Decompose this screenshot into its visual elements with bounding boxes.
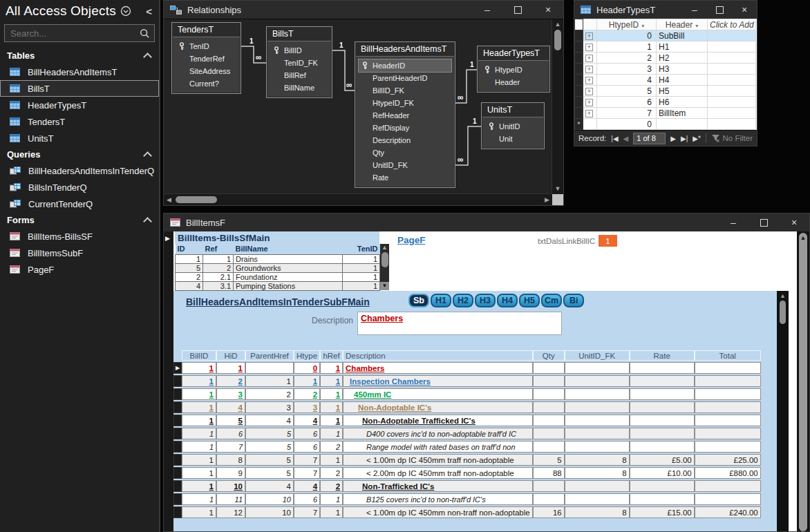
items-column-header-qty[interactable]: Qty <box>533 350 565 361</box>
cell-header[interactable]: H3 <box>657 64 708 75</box>
expand-plus-icon[interactable]: + <box>585 88 593 95</box>
expand-cell[interactable]: + <box>583 86 597 97</box>
cell-unitid[interactable] <box>565 362 630 374</box>
relationship-field[interactable]: UnitID <box>485 120 540 133</box>
cell-rate[interactable] <box>630 415 695 426</box>
cell-clickadd[interactable] <box>708 53 756 64</box>
search-input[interactable] <box>9 28 140 39</box>
cell-description[interactable]: < 2.00m dp IC 450mm traff non-adoptable <box>343 467 533 479</box>
cell-total[interactable] <box>695 375 761 387</box>
cell-htypeid[interactable]: 2 <box>597 53 657 64</box>
sidebar-item-headertypest[interactable]: HeaderTypesT <box>0 97 159 113</box>
items-subform-title[interactable]: BillHeadersAndItemsInTenderSubFMain <box>186 296 370 307</box>
cell-qty[interactable]: 88 <box>533 467 565 479</box>
cell-unitid[interactable] <box>565 441 630 453</box>
cell-href[interactable]: 1 <box>320 428 343 439</box>
relationship-table-headertypest[interactable]: HeaderTypesTHtypeIDHeader <box>477 46 550 93</box>
cell-parenthref[interactable]: 5 <box>245 467 294 479</box>
cell-header[interactable] <box>657 119 708 130</box>
sidebar-item-tenderst[interactable]: TendersT <box>0 113 159 130</box>
cell-href[interactable]: 1 <box>320 493 343 505</box>
cell-parenthref[interactable]: 4 <box>245 415 294 426</box>
relationship-field[interactable]: TenID <box>176 40 237 53</box>
cell-total[interactable]: £880.00 <box>695 467 761 479</box>
cell-parenthref[interactable]: 10 <box>245 506 294 518</box>
scroll-up-icon[interactable]: ▲ <box>777 292 789 299</box>
vertical-scroll-thumb[interactable] <box>780 301 786 324</box>
relationship-field[interactable]: Current? <box>176 77 237 90</box>
expand-cell[interactable]: + <box>583 97 597 108</box>
expand-plus-icon[interactable]: + <box>585 99 593 106</box>
cell-unitid[interactable] <box>565 388 630 400</box>
relationship-field[interactable]: ParentHeaderID <box>359 72 451 84</box>
relationship-field[interactable]: RefDisplay <box>359 122 451 134</box>
close-icon[interactable]: × <box>732 1 757 19</box>
items-scrollbar[interactable]: ▲ <box>777 291 789 531</box>
bills-column-header-id[interactable]: ID <box>176 244 203 254</box>
cell-clickadd[interactable] <box>708 64 756 75</box>
cell-tenid[interactable]: 1 <box>343 254 380 263</box>
cell-description[interactable]: Non-Adoptable Trafficked IC's <box>343 415 533 426</box>
cell-billid[interactable]: 1 <box>182 506 216 518</box>
cell-clickadd[interactable] <box>708 119 756 130</box>
cell-href[interactable]: 1 <box>320 362 343 374</box>
expand-plus-icon[interactable]: + <box>585 44 593 51</box>
expand-plus-icon[interactable]: + <box>585 66 593 73</box>
horizontal-scroll-thumb[interactable] <box>176 196 217 203</box>
maximize-icon[interactable] <box>748 213 779 231</box>
sidebar-item-billitemssubf[interactable]: BillItemsSubF <box>0 245 159 261</box>
cell-htype[interactable]: 7 <box>294 467 320 479</box>
cell-parenthref[interactable]: 3 <box>245 401 294 413</box>
cell-billid[interactable]: 1 <box>182 467 216 479</box>
record-selector-cell[interactable] <box>173 493 182 505</box>
relationship-field[interactable]: Qty <box>359 146 451 159</box>
bills-column-header-billname[interactable]: BillName <box>234 244 343 254</box>
cell-rate[interactable] <box>630 362 695 374</box>
cell-billname[interactable]: Pumping Stations <box>234 281 343 290</box>
record-selector-cell[interactable] <box>173 467 182 479</box>
cell-htypeid[interactable]: 3 <box>597 64 657 75</box>
cell-billid[interactable]: 1 <box>182 362 216 374</box>
cell-htype[interactable]: 7 <box>294 506 320 518</box>
expand-cell[interactable]: + <box>583 108 597 119</box>
record-selector-cell[interactable] <box>173 415 182 426</box>
cell-htype[interactable]: 3 <box>294 401 320 413</box>
collapse-section-icon[interactable] <box>143 53 152 61</box>
cell-htypeid[interactable]: 1 <box>597 41 657 53</box>
nav-section-header-tables[interactable]: Tables <box>0 48 159 64</box>
relationship-table-tenderst[interactable]: TendersTTenIDTenderRefSiteAddressCurrent… <box>171 22 241 94</box>
expand-cell[interactable]: + <box>583 30 597 41</box>
header-type-button-h3[interactable]: H3 <box>475 294 496 307</box>
form-scrollbar[interactable]: ▲ <box>797 231 809 531</box>
cell-parenthref[interactable]: 2 <box>245 388 294 400</box>
cell-ref[interactable]: 1 <box>203 254 234 263</box>
cell-billid[interactable]: 1 <box>182 415 216 426</box>
cell-rate[interactable] <box>630 441 695 453</box>
cell-ref[interactable]: 3.1 <box>203 281 234 290</box>
items-column-header-rate[interactable]: Rate <box>630 350 695 361</box>
cell-total[interactable]: £25.00 <box>695 454 761 466</box>
cell-header[interactable]: SubBill <box>657 30 708 41</box>
cell-href[interactable]: 2 <box>320 467 343 479</box>
cell-unitid[interactable] <box>565 428 630 439</box>
headertypes-titlebar[interactable]: HeaderTypesT – × <box>574 1 757 19</box>
expand-cell[interactable]: + <box>583 41 597 53</box>
expand-plus-icon[interactable]: + <box>585 32 593 40</box>
cell-billid[interactable]: 1 <box>182 428 216 439</box>
cell-description[interactable]: < 1.00m dp IC 450mm non-traff non-adopta… <box>343 506 533 518</box>
cell-htype[interactable]: 0 <box>294 362 320 374</box>
record-selector-cell[interactable] <box>575 64 583 75</box>
sidebar-item-currenttenderq[interactable]: CurrentTenderQ <box>0 196 159 212</box>
cell-id[interactable]: 4 <box>176 281 203 290</box>
vertical-scroll-thumb[interactable] <box>799 233 807 531</box>
bills-column-header-ref[interactable]: Ref <box>203 244 234 254</box>
cell-description[interactable]: D400 covers inc'd to non-adoptable traff… <box>343 428 533 439</box>
record-selector-cell[interactable] <box>173 401 182 413</box>
relationship-field[interactable]: SiteAddress <box>176 65 237 77</box>
items-column-header-parenthref[interactable]: ParentHref <box>245 350 294 361</box>
expand-plus-icon[interactable]: + <box>585 77 593 84</box>
record-selector-cell[interactable] <box>173 480 182 492</box>
record-selector-cell[interactable] <box>173 454 182 466</box>
record-selector-cell[interactable] <box>575 97 583 108</box>
vertical-scroll-thumb[interactable] <box>382 252 388 267</box>
